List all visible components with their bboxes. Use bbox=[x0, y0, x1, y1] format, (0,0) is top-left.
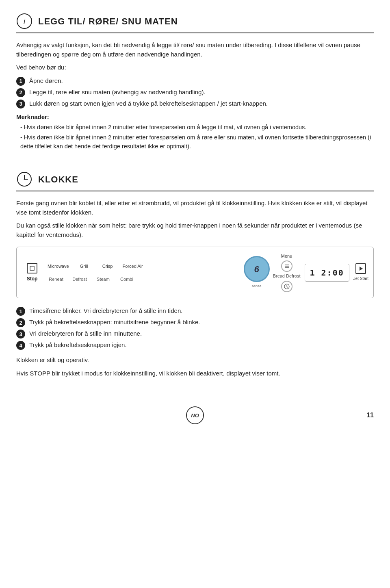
svg-text:i: i bbox=[24, 17, 26, 26]
knob-area: 6 sense bbox=[244, 256, 270, 289]
section1: i LEGG TIL/ RØRE/ SNU MATEN Avhengig av … bbox=[16, 13, 374, 151]
clock-value: 1 2:00 bbox=[310, 268, 344, 278]
stop-button-area: Stop bbox=[22, 263, 43, 282]
clock-icon bbox=[16, 171, 32, 187]
clock-steps: 1 Timesifrene blinker. Vri dreiebryteren… bbox=[16, 306, 374, 350]
jet-start-icon bbox=[355, 263, 366, 274]
notes: Merknader: - Hvis døren ikke blir åpnet … bbox=[16, 113, 374, 151]
bread-defrost-label: Bread Defrost bbox=[273, 273, 301, 280]
btn-combi: Combi bbox=[115, 276, 139, 283]
knob-sub: sense bbox=[252, 284, 262, 289]
step-1-text: Åpne døren. bbox=[29, 76, 63, 86]
section1-header: i LEGG TIL/ RØRE/ SNU MATEN bbox=[16, 13, 374, 33]
note-2: - Hvis døren ikke blir åpnet innen 2 min… bbox=[20, 133, 374, 151]
stop-label: Stop bbox=[27, 275, 38, 282]
clock-step-4: 4 Trykk på bekreftelsesknappen igjen. bbox=[16, 341, 374, 350]
clock-step-3-num: 3 bbox=[16, 330, 25, 338]
step-1-num: 1 bbox=[16, 77, 25, 86]
clock-step-3: 3 Vri dreiebryteren for å stille inn min… bbox=[16, 329, 374, 338]
notes-title: Merknader: bbox=[16, 113, 374, 122]
clock-step-2: 2 Trykk på bekreftelsesknappen: minuttsi… bbox=[16, 318, 374, 327]
btn-forced-air: Forced Air bbox=[119, 262, 146, 271]
step-3-text: Lukk døren og start ovnen igjen ved å tr… bbox=[29, 99, 268, 108]
clock-step-4-num: 4 bbox=[16, 341, 25, 350]
clock-step-3-text: Vri dreiebryteren for å stille inn minut… bbox=[29, 329, 142, 338]
control-panel: Stop Microwave Grill Crisp Forced Air Re… bbox=[16, 247, 374, 298]
svg-rect-6 bbox=[30, 266, 34, 270]
final-para-2: Hvis STOPP blir trykket i modus for klok… bbox=[16, 369, 374, 378]
btn-microwave: Microwave bbox=[44, 262, 72, 271]
clock-display: 1 2:00 bbox=[305, 264, 349, 282]
stop-icon bbox=[27, 263, 37, 273]
btn-grill: Grill bbox=[72, 262, 96, 271]
final-para-1: Klokken er stilt og operativ. bbox=[16, 356, 374, 365]
section2-title: KLOKKE bbox=[38, 173, 78, 186]
btn-steam: Steam bbox=[91, 276, 115, 283]
step-3-num: 3 bbox=[16, 100, 25, 108]
menu-icon bbox=[281, 260, 292, 272]
step-1: 1 Åpne døren. bbox=[16, 76, 374, 86]
buttons-bottom-row: Reheat Defrost Steam Combi bbox=[44, 276, 240, 283]
sense-knob: 6 bbox=[244, 256, 270, 282]
section2-header: KLOKKE bbox=[16, 171, 374, 191]
menu-area: Menu Bread Defrost bbox=[273, 253, 301, 292]
menu-label: Menu bbox=[281, 253, 292, 260]
btn-reheat: Reheat bbox=[44, 276, 68, 283]
section2-para1: Første gang ovnen blir koblet til, eller… bbox=[16, 199, 374, 217]
section2: KLOKKE Første gang ovnen blir koblet til… bbox=[16, 171, 374, 378]
section1-steps: 1 Åpne døren. 2 Legge til, røre eller sn… bbox=[16, 76, 374, 108]
clock-step-1-num: 1 bbox=[16, 307, 25, 316]
btn-crisp: Crisp bbox=[96, 262, 119, 271]
clock-step-4-text: Trykk på bekreftelsesknappen igjen. bbox=[29, 341, 127, 350]
svg-point-5 bbox=[24, 179, 25, 180]
clock-step-2-text: Trykk på bekreftelsesknappen: minuttsifr… bbox=[29, 318, 200, 327]
section1-title: LEGG TIL/ RØRE/ SNU MATEN bbox=[38, 15, 178, 28]
country-code: NO bbox=[191, 412, 199, 420]
section1-para2: Ved behov bør du: bbox=[16, 63, 374, 72]
svg-marker-11 bbox=[360, 267, 363, 271]
knob-label: 6 bbox=[254, 263, 259, 276]
function-buttons: Microwave Grill Crisp Forced Air Reheat … bbox=[44, 262, 240, 283]
jet-start-label: Jet Start bbox=[353, 276, 368, 282]
step-2-num: 2 bbox=[16, 88, 25, 97]
step-3: 3 Lukk døren og start ovnen igjen ved å … bbox=[16, 99, 374, 108]
clock-step-1-text: Timesifrene blinker. Vri dreiebryteren f… bbox=[29, 306, 182, 316]
step-2: 2 Legge til, røre eller snu maten (avhen… bbox=[16, 88, 374, 97]
btn-defrost: Defrost bbox=[68, 276, 91, 283]
step-2-text: Legge til, røre eller snu maten (avhengi… bbox=[29, 88, 206, 97]
section2-para2: Du kan også stille klokken når som helst… bbox=[16, 221, 374, 239]
clock-step-2-num: 2 bbox=[16, 318, 25, 327]
section1-para1: Avhengig av valgt funksjon, kan det bli … bbox=[16, 41, 374, 59]
jet-start-area: Jet Start bbox=[353, 263, 368, 282]
page-number: 11 bbox=[366, 412, 374, 419]
clock-step-1: 1 Timesifrene blinker. Vri dreiebryteren… bbox=[16, 306, 374, 316]
info-icon: i bbox=[16, 13, 32, 29]
footer: NO 11 bbox=[16, 402, 374, 424]
buttons-top-row: Microwave Grill Crisp Forced Air bbox=[44, 262, 240, 271]
note-1: - Hvis døren ikke blir åpnet innen 2 min… bbox=[20, 123, 374, 132]
right-controls: Menu Bread Defrost 1 2:00 Jet Start bbox=[273, 253, 368, 292]
bread-defrost-icon bbox=[281, 281, 292, 292]
country-badge: NO bbox=[186, 406, 204, 424]
